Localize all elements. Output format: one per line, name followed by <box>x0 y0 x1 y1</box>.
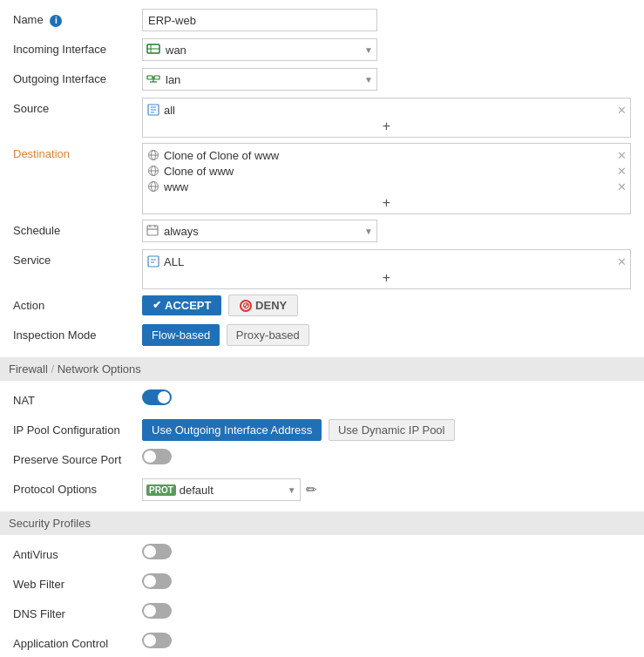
outgoing-interface-select[interactable]: lan ▼ <box>142 68 377 91</box>
edit-icon[interactable]: ✏ <box>306 482 317 498</box>
nat-toggle-track[interactable] <box>142 389 172 405</box>
web-filter-toggle[interactable] <box>142 573 172 589</box>
preserve-toggle-thumb <box>144 450 156 463</box>
ip-pool-row: IP Pool Configuration Use Outgoing Inter… <box>13 419 631 444</box>
protocol-dropdown[interactable]: default <box>180 484 284 497</box>
svg-rect-3 <box>147 76 153 79</box>
dns-filter-label: DNS Filter <box>13 603 142 620</box>
deny-button[interactable]: ⊘ DENY <box>228 295 298 316</box>
source-add-button[interactable]: + <box>146 119 627 134</box>
web-filter-toggle-track[interactable] <box>142 573 172 589</box>
incoming-interface-select[interactable]: wan ▼ <box>142 38 377 61</box>
prot-badge: PROT <box>146 484 176 496</box>
use-dynamic-ip-pool-button[interactable]: Use Dynamic IP Pool <box>329 419 455 441</box>
service-area: ALL ✕ + <box>142 249 631 289</box>
ip-pool-label: IP Pool Configuration <box>13 419 142 437</box>
antivirus-toggle-area <box>142 544 631 562</box>
dns-filter-toggle-area <box>142 603 631 621</box>
deny-icon: ⊘ <box>240 300 252 312</box>
action-row: Action ✔ ACCEPT ⊘ DENY <box>13 295 631 319</box>
app-control-toggle-track[interactable] <box>142 633 172 648</box>
app-control-toggle[interactable] <box>142 633 172 648</box>
nat-row: NAT <box>13 389 631 414</box>
accept-button[interactable]: ✔ ACCEPT <box>142 295 221 315</box>
nat-toggle-area <box>142 389 631 408</box>
chevron-down-icon: ▼ <box>288 485 296 495</box>
protocol-options-label: Protocol Options <box>13 478 142 496</box>
service-all-remove[interactable]: ✕ <box>617 255 627 268</box>
incoming-interface-dropdown[interactable]: wan <box>164 44 361 57</box>
preserve-source-port-label: Preserve Source Port <box>13 449 142 466</box>
service-all-icon <box>146 254 160 268</box>
destination-tag-clone-remove[interactable]: ✕ <box>617 165 627 178</box>
antivirus-row: AntiVirus <box>13 544 631 568</box>
destination-area: Clone of Clone of www ✕ Clone of www ✕ w… <box>142 143 631 214</box>
outgoing-interface-dropdown[interactable]: lan <box>164 73 361 86</box>
wan-icon <box>146 42 160 58</box>
incoming-interface-row: Incoming Interface wan ▼ <box>13 38 631 63</box>
destination-label: Destination <box>13 143 142 160</box>
preserve-toggle-track[interactable] <box>142 449 172 464</box>
outgoing-interface-area: lan ▼ <box>142 68 631 91</box>
schedule-dropdown[interactable]: always <box>162 225 361 238</box>
source-tag-all: all ✕ <box>146 103 627 117</box>
chevron-down-icon: ▼ <box>364 45 373 55</box>
destination-tag-clone-text: Clone of www <box>164 165 613 178</box>
schedule-label: Schedule <box>13 220 142 237</box>
name-input[interactable] <box>142 9 377 31</box>
schedule-icon <box>146 224 159 239</box>
outgoing-interface-row: Outgoing Interface lan ▼ <box>13 68 631 92</box>
service-add-button[interactable]: + <box>146 270 627 286</box>
web-filter-row: Web Filter <box>13 573 631 598</box>
nat-toggle-thumb <box>158 391 170 403</box>
chevron-down-icon: ▼ <box>364 75 373 85</box>
source-area: all ✕ + <box>142 98 631 138</box>
lan-icon <box>146 71 160 88</box>
destination-tag-clone: Clone of www ✕ <box>146 164 627 178</box>
protocol-select-box[interactable]: PROT default ▼ <box>142 478 301 501</box>
name-row: Name i <box>13 9 631 33</box>
antivirus-toggle[interactable] <box>142 544 172 559</box>
proxy-based-button[interactable]: Proxy-based <box>227 324 309 346</box>
service-label: Service <box>13 249 142 267</box>
globe-icon-3 <box>146 179 160 193</box>
source-all-remove[interactable]: ✕ <box>617 104 627 117</box>
service-tag-box: ALL ✕ + <box>142 249 631 289</box>
globe-icon-2 <box>146 164 160 178</box>
antivirus-toggle-thumb <box>144 545 156 558</box>
inspection-mode-label: Inspection Mode <box>13 324 142 342</box>
flow-based-button[interactable]: Flow-based <box>142 324 220 346</box>
antivirus-toggle-track[interactable] <box>142 544 172 559</box>
destination-add-button[interactable]: + <box>146 195 627 211</box>
security-section-header: Security Profiles <box>0 511 644 535</box>
service-all-text: ALL <box>164 255 613 268</box>
ip-pool-area: Use Outgoing Interface Address Use Dynam… <box>142 419 631 441</box>
destination-tag-www: www ✕ <box>146 179 627 193</box>
name-label: Name i <box>13 9 142 27</box>
destination-tag-www-remove[interactable]: ✕ <box>617 180 627 193</box>
globe-icon-1 <box>146 148 160 162</box>
incoming-interface-label: Incoming Interface <box>13 38 142 56</box>
info-icon: i <box>50 15 62 27</box>
web-filter-toggle-thumb <box>144 575 156 587</box>
source-label: Source <box>13 98 142 115</box>
app-control-row: Application Control <box>13 633 631 657</box>
firewall-section-header: Firewall / Network Options <box>0 357 644 381</box>
destination-tag-www-text: www <box>164 180 613 193</box>
svg-rect-21 <box>147 226 158 235</box>
nat-toggle[interactable] <box>142 389 172 405</box>
dns-filter-toggle[interactable] <box>142 603 172 619</box>
dns-filter-toggle-track[interactable] <box>142 603 172 619</box>
use-outgoing-interface-address-button[interactable]: Use Outgoing Interface Address <box>142 419 322 441</box>
app-control-toggle-thumb <box>144 634 156 647</box>
preserve-toggle[interactable] <box>142 449 172 464</box>
schedule-select[interactable]: always ▼ <box>142 220 377 242</box>
schedule-area: always ▼ <box>142 220 631 242</box>
chevron-down-icon: ▼ <box>364 227 373 236</box>
antivirus-label: AntiVirus <box>13 544 142 561</box>
protocol-options-area: PROT default ▼ ✏ <box>142 478 631 501</box>
svg-rect-4 <box>154 76 159 79</box>
destination-tag-clone-clone-remove[interactable]: ✕ <box>617 149 627 162</box>
destination-row: Destination Clone of Clone of www ✕ Clon… <box>13 143 631 214</box>
dns-filter-row: DNS Filter <box>13 603 631 627</box>
